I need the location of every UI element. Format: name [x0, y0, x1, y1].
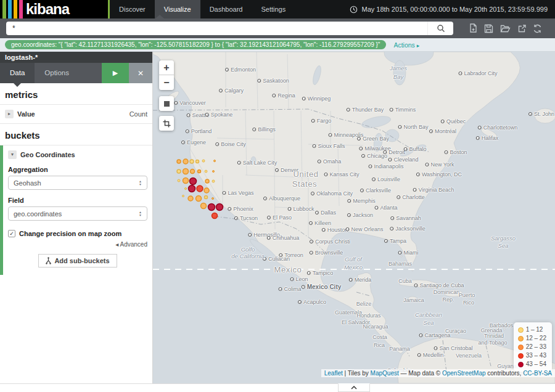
legend-row: 12 – 22: [518, 334, 546, 343]
draw-rectangle-button[interactable]: [159, 116, 174, 131]
nav-item-dashboard[interactable]: Dashboard: [200, 0, 252, 18]
timepicker-button[interactable]: May 18th 2015, 00:00:00.000 to May 20th …: [342, 0, 555, 18]
metrics-heading: metrics: [0, 83, 152, 105]
crop-icon: [163, 120, 171, 128]
legend-row: 33 – 43: [518, 351, 546, 360]
search-button[interactable]: [427, 22, 453, 35]
legend-circle-icon: [518, 345, 524, 350]
spy-panel-toggle[interactable]: [338, 383, 370, 392]
new-visualization-button[interactable]: [469, 23, 478, 33]
discard-changes-button[interactable]: ✕: [129, 63, 152, 83]
add-sub-buckets-button[interactable]: Add sub-buckets: [38, 254, 117, 267]
precision-checkbox-row: ✓ Change precision on map zoom: [8, 230, 147, 237]
bucket-editor: ▾ Geo Coordinates Aggregation Geohash ▲▼…: [0, 145, 152, 275]
attribution-link[interactable]: OpenStreetMap: [442, 370, 486, 377]
geohash-circle[interactable]: [183, 195, 184, 197]
geohash-circle[interactable]: [212, 198, 214, 200]
geohash-circle[interactable]: [196, 160, 199, 163]
geohash-circle[interactable]: [208, 204, 215, 211]
geohash-circle[interactable]: [185, 188, 187, 190]
minus-icon: −: [163, 77, 169, 88]
attribution-link[interactable]: MapQuest: [371, 370, 399, 377]
geo-filter-pill[interactable]: geo.coordinates: "{ "lat": 42.1127133192…: [5, 40, 386, 49]
refresh-icon: [533, 24, 542, 33]
geohash-circle[interactable]: [190, 178, 197, 185]
nav-item-discover[interactable]: Discover: [110, 0, 155, 18]
geohash-circle[interactable]: [191, 169, 195, 174]
geohash-circle[interactable]: [196, 196, 202, 202]
zoom-in-button[interactable]: +: [159, 60, 174, 75]
attribution-link[interactable]: CC-BY-SA: [523, 370, 552, 377]
legend-row: 43 – 54: [518, 360, 546, 369]
legend-circle-icon: [518, 327, 524, 333]
geohash-circle[interactable]: [214, 160, 216, 162]
metric-toggle-button[interactable]: ▸: [5, 110, 14, 118]
fork-icon: [46, 257, 51, 264]
play-icon: ▶: [113, 69, 118, 76]
nav-item-settings[interactable]: Settings: [252, 0, 295, 18]
filter-actions-link[interactable]: Actions ▸: [393, 41, 419, 49]
map-legend: 1 – 1212 – 2222 – 3333 – 4343 – 54: [514, 322, 552, 372]
geohash-circle[interactable]: [189, 186, 195, 192]
attribution-text: | Tiles by: [343, 370, 371, 377]
zoom-out-button[interactable]: −: [159, 75, 174, 90]
kibana-logo[interactable]: kibana: [0, 0, 110, 18]
geohash-circle[interactable]: [212, 180, 215, 182]
share-visualization-button[interactable]: [517, 24, 527, 33]
search-input[interactable]: [6, 24, 427, 33]
geohash-circle[interactable]: [216, 204, 223, 211]
geohash-circle[interactable]: [202, 160, 205, 162]
geohash-circle[interactable]: [190, 160, 194, 163]
legend-circle-icon: [518, 336, 524, 341]
search-icon: [437, 24, 445, 33]
geohash-circle[interactable]: [201, 203, 207, 209]
tab-options[interactable]: Options: [35, 63, 79, 83]
geohash-circle[interactable]: [188, 196, 193, 201]
primary-nav: DiscoverVisualizeDashboardSettings: [110, 0, 295, 18]
geohash-circle[interactable]: [178, 179, 180, 182]
open-folder-icon: [500, 24, 511, 33]
vis-editor-sidebar: logstash-* Data Options ▶ ✕ metrics ▸ Va…: [0, 52, 153, 383]
geohash-circle[interactable]: [205, 196, 208, 199]
precision-checkbox[interactable]: ✓: [8, 230, 15, 237]
geohash-circle[interactable]: [177, 169, 181, 173]
time-range-label: May 18th 2015, 00:00:00.000 to May 20th …: [361, 6, 548, 13]
load-visualization-button[interactable]: [500, 24, 511, 33]
top-nav: kibana DiscoverVisualizeDashboardSetting…: [0, 0, 555, 18]
geohash-circle[interactable]: [205, 170, 207, 173]
refresh-button[interactable]: [533, 24, 542, 33]
geohash-circle[interactable]: [183, 159, 188, 164]
square-icon: [164, 101, 170, 107]
caret-right-icon: ▸: [417, 43, 420, 49]
caret-right-icon: ▸: [8, 111, 10, 116]
geohash-circle[interactable]: [177, 160, 181, 163]
attribution-text: — Map data ©: [399, 370, 442, 377]
geohash-circle[interactable]: [204, 188, 209, 193]
fit-data-bounds-button[interactable]: [159, 96, 174, 111]
advanced-toggle[interactable]: ◂ Advanced: [8, 241, 147, 248]
geohash-circle[interactable]: [205, 179, 209, 183]
geohash-circle[interactable]: [183, 178, 189, 184]
fit-bounds-control: [159, 96, 174, 111]
attribution-link[interactable]: Leaflet: [324, 370, 343, 377]
geohash-circle[interactable]: [198, 170, 201, 173]
caret-left-icon: ◂: [115, 241, 118, 248]
geohash-circle[interactable]: [212, 213, 218, 219]
spy-panel-bar: [0, 383, 555, 392]
chevron-up-icon: [351, 386, 357, 390]
save-visualization-button[interactable]: [484, 24, 493, 33]
clock-icon: [350, 6, 358, 14]
aggregation-select[interactable]: Geohash ▲▼: [8, 176, 147, 190]
map-base-layer: [153, 52, 555, 383]
apply-changes-button[interactable]: ▶: [102, 63, 129, 83]
field-select[interactable]: geo.coordinates ▲▼: [8, 206, 147, 221]
tab-data[interactable]: Data: [0, 63, 35, 83]
geohash-circle[interactable]: [183, 169, 189, 174]
bucket-toggle-button[interactable]: ▾: [8, 150, 17, 159]
bucket-title-row: ▾ Geo Coordinates: [8, 150, 147, 159]
close-icon: ✕: [138, 69, 144, 78]
geohash-circle[interactable]: [213, 171, 215, 173]
filter-bar: geo.coordinates: "{ "lat": 42.1127133192…: [0, 38, 555, 52]
geohash-circle[interactable]: [197, 186, 203, 192]
tile-map-canvas[interactable]: VancouverSeattleSpokanePortlandEugeneEdm…: [153, 52, 555, 383]
